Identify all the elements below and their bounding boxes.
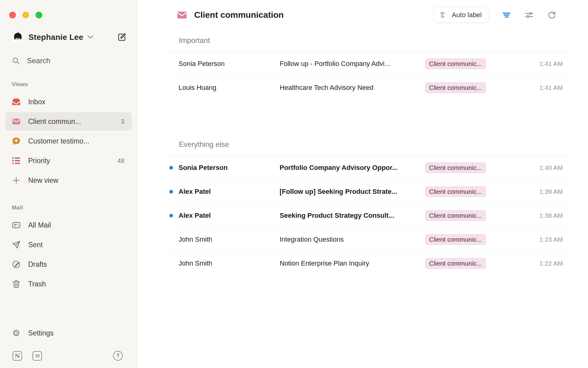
email-sender: John Smith xyxy=(179,259,280,267)
email-subject: [Follow up] Seeking Product Strate... xyxy=(280,188,425,196)
view-header: Client communication Auto label xyxy=(137,0,588,30)
unread-count-badge: 3 xyxy=(121,118,124,125)
email-sender: Alex Patel xyxy=(179,188,280,196)
filter-icon[interactable] xyxy=(501,10,512,21)
display-settings-icon[interactable] xyxy=(524,10,535,21)
sidebar-item-drafts[interactable]: Drafts xyxy=(5,255,132,274)
window-controls xyxy=(0,0,137,18)
email-label-badge[interactable]: Client communic... xyxy=(425,162,486,173)
minimize-window-button[interactable] xyxy=(22,12,29,18)
sidebar-item-client-communication[interactable]: Client commun... 3 xyxy=(5,112,132,131)
section-title-everything-else: Everything else xyxy=(169,134,571,156)
email-subject: Seeking Product Strategy Consult... xyxy=(280,212,425,220)
sidebar-item-sent[interactable]: Sent xyxy=(5,236,132,254)
avatar[interactable] xyxy=(11,31,24,44)
all-mail-icon xyxy=(11,220,21,230)
sidebar-item-label: All Mail xyxy=(28,221,51,229)
account-row: Stephanie Lee xyxy=(11,31,127,44)
sidebar-item-all-mail[interactable]: All Mail xyxy=(5,216,132,234)
search-icon xyxy=(12,56,20,65)
email-list: Important Sonia Peterson Follow up - Por… xyxy=(137,30,588,275)
sidebar: Stephanie Lee Search Views Inbox xyxy=(0,0,137,368)
sidebar-item-label: Settings xyxy=(28,329,54,337)
sidebar-item-label: Trash xyxy=(28,280,46,288)
sidebar-item-label: Drafts xyxy=(28,260,47,269)
email-row[interactable]: John Smith Integration Questions Client … xyxy=(169,228,571,251)
email-row[interactable]: Sonia Peterson Portfolio Company Advisor… xyxy=(169,156,571,180)
email-subject: Integration Questions xyxy=(280,236,425,243)
sidebar-item-customer-testimonials[interactable]: Customer testimo... xyxy=(5,132,132,150)
email-label-badge[interactable]: Client communic... xyxy=(425,82,486,93)
plus-icon xyxy=(11,175,21,185)
gear-icon: ⚙ xyxy=(11,328,21,338)
email-label-badge[interactable]: Client communic... xyxy=(425,58,486,69)
email-sender: Sonia Peterson xyxy=(179,164,280,172)
chevron-down-icon[interactable] xyxy=(87,35,94,39)
priority-count-badge: 48 xyxy=(117,157,124,164)
email-sender: Sonia Peterson xyxy=(179,60,280,68)
email-row[interactable]: John Smith Notion Enterprise Plan Inquir… xyxy=(169,251,571,275)
testimonial-icon xyxy=(11,136,21,146)
help-icon[interactable]: ? xyxy=(113,351,123,361)
refresh-icon[interactable] xyxy=(546,10,557,21)
email-label-badge[interactable]: Client communic... xyxy=(425,234,486,245)
email-subject: Follow up - Portfolio Company Advi... xyxy=(280,60,425,68)
email-time: 1:23 AM xyxy=(502,236,571,243)
zoom-window-button[interactable] xyxy=(36,12,42,18)
mail-label-icon xyxy=(176,10,187,21)
email-time: 1:41 AM xyxy=(502,60,571,67)
sidebar-item-label: Client commun... xyxy=(28,117,81,126)
everything-else-section-rows: Sonia Peterson Portfolio Company Advisor… xyxy=(169,156,571,275)
email-sender: Louis Huang xyxy=(179,84,280,92)
search-label: Search xyxy=(27,56,50,65)
sidebar-item-new-view[interactable]: New view xyxy=(5,171,132,190)
sent-icon xyxy=(11,240,21,250)
account-name: Stephanie Lee xyxy=(28,33,83,42)
unread-dot xyxy=(169,166,173,170)
page-title: Client communication xyxy=(194,10,284,20)
views-section-label: Views xyxy=(12,81,137,88)
auto-label-button-label: Auto label xyxy=(452,11,482,19)
unread-dot xyxy=(169,214,173,217)
inbox-icon xyxy=(11,97,21,107)
sidebar-item-label: Sent xyxy=(28,241,43,249)
drafts-icon xyxy=(11,259,21,269)
email-time: 1:38 AM xyxy=(502,212,571,219)
mail-section-label: Mail xyxy=(12,204,137,211)
close-window-button[interactable] xyxy=(9,12,16,18)
main-panel: Client communication Auto label xyxy=(137,0,588,368)
calendar-icon[interactable]: 15 xyxy=(32,351,42,361)
sidebar-item-priority[interactable]: Priority 48 xyxy=(5,151,132,170)
sidebar-item-label: Inbox xyxy=(28,98,45,106)
email-row[interactable]: Alex Patel Seeking Product Strategy Cons… xyxy=(169,204,571,228)
notion-logo-icon[interactable]: N xyxy=(13,351,22,361)
section-title-important: Important xyxy=(169,30,571,52)
sidebar-item-settings[interactable]: ⚙ Settings xyxy=(5,324,132,342)
email-time: 1:39 AM xyxy=(502,188,571,195)
email-sender: Alex Patel xyxy=(179,212,280,220)
trash-icon xyxy=(11,279,21,289)
auto-label-icon xyxy=(439,11,447,19)
unread-dot xyxy=(169,190,173,194)
sidebar-footer: N 15 ? xyxy=(0,343,137,368)
email-row[interactable]: Sonia Peterson Follow up - Portfolio Com… xyxy=(169,52,571,76)
email-subject: Notion Enterprise Plan Inquiry xyxy=(280,259,425,267)
sidebar-item-inbox[interactable]: Inbox xyxy=(5,93,132,111)
email-row[interactable]: Louis Huang Healthcare Tech Advisory Nee… xyxy=(169,76,571,100)
auto-label-button[interactable]: Auto label xyxy=(432,7,489,23)
email-subject: Portfolio Company Advisory Oppor... xyxy=(280,164,425,172)
sidebar-item-trash[interactable]: Trash xyxy=(5,275,132,293)
email-label-badge[interactable]: Client communic... xyxy=(425,258,486,269)
compose-icon[interactable] xyxy=(117,32,127,42)
email-label-badge[interactable]: Client communic... xyxy=(425,186,486,197)
email-row[interactable]: Alex Patel [Follow up] Seeking Product S… xyxy=(169,180,571,204)
sidebar-item-label: Priority xyxy=(28,157,50,165)
sidebar-item-label: Customer testimo... xyxy=(28,137,89,145)
email-subject: Healthcare Tech Advisory Need xyxy=(280,84,425,92)
search-input[interactable]: Search xyxy=(12,56,127,65)
email-label-badge[interactable]: Client communic... xyxy=(425,210,486,221)
email-time: 1:22 AM xyxy=(502,260,571,267)
priority-icon xyxy=(11,156,21,166)
important-section-rows: Sonia Peterson Follow up - Portfolio Com… xyxy=(169,52,571,100)
sidebar-item-label: New view xyxy=(28,176,58,185)
